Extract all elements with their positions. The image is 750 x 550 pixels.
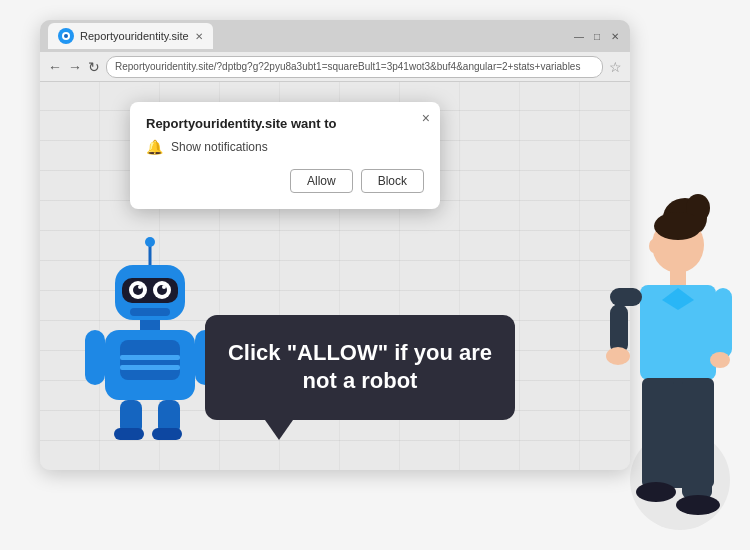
address-bar[interactable]: Reportyouridentity.site/?dptbg?g?2pyu8a3… xyxy=(106,56,603,78)
svg-rect-38 xyxy=(682,378,712,498)
notification-popup: × Reportyouridentity.site want to 🔔 Show… xyxy=(130,102,440,209)
svg-point-27 xyxy=(654,212,702,240)
svg-point-11 xyxy=(162,285,166,289)
svg-rect-32 xyxy=(610,288,642,306)
svg-rect-34 xyxy=(714,288,732,358)
speech-highlight: "ALLOW" xyxy=(287,340,389,365)
svg-point-40 xyxy=(676,495,720,515)
svg-point-1 xyxy=(64,34,68,38)
svg-point-3 xyxy=(145,237,155,247)
close-window-button[interactable]: ✕ xyxy=(608,29,622,43)
svg-rect-22 xyxy=(114,428,144,440)
notification-label: Show notifications xyxy=(171,140,268,154)
svg-point-10 xyxy=(138,285,142,289)
svg-point-39 xyxy=(636,482,676,502)
svg-point-35 xyxy=(606,347,630,365)
svg-point-28 xyxy=(649,239,659,253)
window-controls: — □ ✕ xyxy=(572,29,622,43)
browser-window: Reportyouridentity.site ✕ — □ ✕ ← → ↻ Re… xyxy=(40,20,630,470)
speech-text: Click "ALLOW" if you are not a robot xyxy=(225,339,495,396)
notification-row: 🔔 Show notifications xyxy=(146,139,424,155)
tab-close-button[interactable]: ✕ xyxy=(195,31,203,42)
svg-rect-12 xyxy=(130,308,170,316)
bell-icon: 🔔 xyxy=(146,139,163,155)
svg-rect-37 xyxy=(644,378,674,488)
speech-bubble: Click "ALLOW" if you are not a robot xyxy=(205,315,515,420)
favicon-icon xyxy=(58,28,74,44)
browser-titlebar: Reportyouridentity.site ✕ — □ ✕ xyxy=(40,20,630,52)
browser-tab[interactable]: Reportyouridentity.site ✕ xyxy=(48,23,213,49)
browser-toolbar: ← → ↻ Reportyouridentity.site/?dptbg?g?2… xyxy=(40,52,630,82)
svg-point-41 xyxy=(710,352,730,368)
svg-rect-17 xyxy=(120,365,180,370)
svg-rect-16 xyxy=(120,355,180,360)
speech-prefix: Click xyxy=(228,340,287,365)
bookmark-button[interactable]: ☆ xyxy=(609,59,622,75)
back-button[interactable]: ← xyxy=(48,59,62,75)
person-illustration xyxy=(590,170,740,550)
block-button[interactable]: Block xyxy=(361,169,424,193)
allow-button[interactable]: Allow xyxy=(290,169,353,193)
forward-button[interactable]: → xyxy=(68,59,82,75)
maximize-button[interactable]: □ xyxy=(590,29,604,43)
popup-title: Reportyouridentity.site want to xyxy=(146,116,424,131)
minimize-button[interactable]: — xyxy=(572,29,586,43)
scene: Reportyouridentity.site ✕ — □ ✕ ← → ↻ Re… xyxy=(0,0,750,550)
browser-content: × Reportyouridentity.site want to 🔔 Show… xyxy=(40,82,630,470)
tab-title: Reportyouridentity.site xyxy=(80,30,189,42)
reload-button[interactable]: ↻ xyxy=(88,59,100,75)
popup-buttons: Allow Block xyxy=(146,169,424,193)
popup-close-button[interactable]: × xyxy=(422,110,430,126)
svg-rect-33 xyxy=(610,304,628,354)
svg-rect-23 xyxy=(152,428,182,440)
svg-rect-18 xyxy=(85,330,105,385)
address-text: Reportyouridentity.site/?dptbg?g?2pyu8a3… xyxy=(115,61,580,72)
svg-rect-13 xyxy=(140,320,160,330)
